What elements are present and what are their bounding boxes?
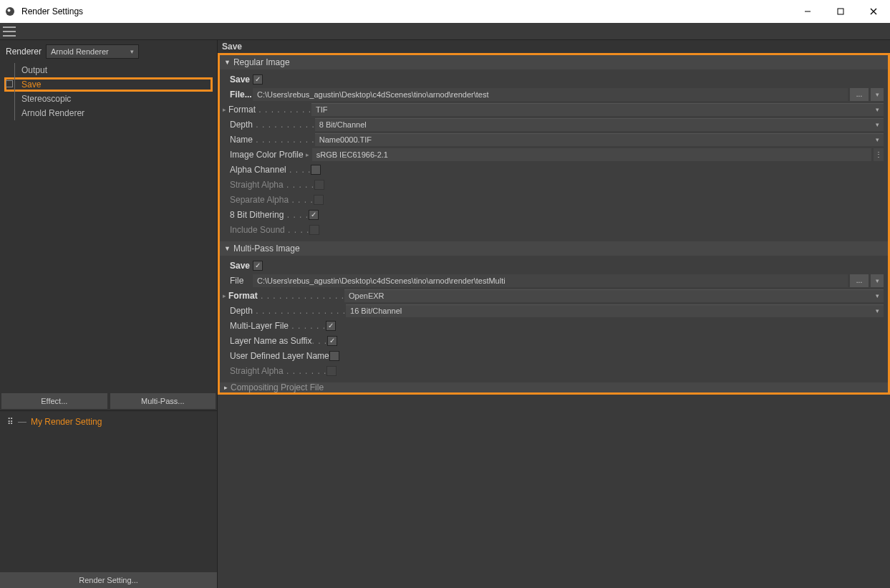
- settings-tree: Output Save Stereoscopic Arnold Renderer: [0, 63, 217, 393]
- render-setting-button[interactable]: Render Setting...: [0, 572, 217, 588]
- mp-user-layer-checkbox[interactable]: [329, 351, 339, 361]
- mp-multilayer-checkbox[interactable]: [326, 321, 336, 331]
- chevron-down-icon: ▾: [130, 48, 134, 55]
- content-header: Save: [218, 40, 890, 53]
- mp-save-checkbox[interactable]: [253, 261, 263, 271]
- separate-alpha-label: Separate Alpha . . . .: [230, 195, 314, 205]
- chevron-right-icon[interactable]: ▸: [304, 151, 312, 158]
- mp-depth-select[interactable]: 16 Bit/Channel▾: [346, 304, 884, 317]
- effect-button[interactable]: Effect...: [1, 393, 107, 409]
- mp-multilayer-label: Multi-Layer File . . . . . .: [230, 321, 326, 331]
- preset-icon: ⠿: [7, 417, 14, 427]
- regular-save-label: Save: [230, 74, 253, 85]
- mp-file-label: File: [230, 276, 253, 286]
- chevron-right-icon[interactable]: ▸: [220, 292, 228, 299]
- chevron-right-icon[interactable]: ▸: [220, 106, 228, 113]
- renderer-value: Arnold Renderer: [51, 47, 109, 56]
- include-sound-label: Include Sound . . . .: [230, 225, 309, 235]
- mp-layer-suffix-checkbox[interactable]: [327, 336, 337, 346]
- regular-file-field[interactable]: C:\Users\rebus_agustin\Desktop\c4dScenes…: [253, 88, 848, 101]
- menubar: [0, 23, 890, 40]
- mp-user-layer-label: User Defined Layer Name: [230, 351, 329, 361]
- regular-depth-label: Depth . . . . . . . . . .: [230, 120, 315, 130]
- color-profile-menu[interactable]: ⋮: [874, 148, 884, 161]
- regular-file-label: File...: [230, 90, 253, 100]
- include-sound-checkbox: [309, 225, 319, 235]
- triangle-right-icon: ▸: [224, 384, 228, 391]
- mp-file-field[interactable]: C:\Users\rebus_agustin\Desktop\c4dScenes…: [253, 274, 848, 287]
- separate-alpha-checkbox: [314, 195, 324, 205]
- maximize-button[interactable]: [824, 0, 857, 23]
- hamburger-icon[interactable]: [3, 26, 16, 37]
- my-render-setting-row[interactable]: ⠿ — My Render Setting: [0, 410, 217, 572]
- tree-item-arnold[interactable]: Arnold Renderer: [4, 106, 213, 120]
- renderer-select[interactable]: Arnold Renderer ▾: [46, 44, 139, 59]
- highlighted-panel: ▼ Regular Image Save File... C:\Users\re…: [218, 53, 890, 395]
- regular-file-dropdown[interactable]: ▾: [871, 88, 884, 101]
- mp-layer-suffix-label: Layer Name as Suffix. . .: [230, 336, 327, 346]
- svg-rect-3: [838, 9, 843, 14]
- alpha-checkbox[interactable]: [311, 165, 321, 175]
- content-panel: Save ▼ Regular Image Save File... C:\Use…: [218, 40, 890, 588]
- regular-name-select[interactable]: Name0000.TIF▾: [315, 133, 884, 146]
- mp-straight-alpha-checkbox: [327, 366, 337, 376]
- mp-straight-alpha-label: Straight Alpha . . . . . . .: [230, 366, 327, 376]
- regular-save-checkbox[interactable]: [253, 74, 263, 85]
- regular-depth-select[interactable]: 8 Bit/Channel▾: [315, 118, 884, 131]
- straight-alpha-label: Straight Alpha . . . . .: [230, 180, 314, 190]
- tree-item-save[interactable]: Save: [4, 77, 213, 92]
- regular-file-browse-button[interactable]: ...: [850, 88, 869, 101]
- multipass-button[interactable]: Multi-Pass...: [110, 393, 216, 409]
- regular-format-select[interactable]: TIF▾: [311, 103, 884, 116]
- window-titlebar: Render Settings: [0, 0, 890, 23]
- mp-format-label: Format . . . . . . . . . . . . . .: [228, 291, 344, 301]
- section-regular-header[interactable]: ▼ Regular Image: [220, 55, 888, 69]
- color-profile-field[interactable]: sRGB IEC61966-2.1: [312, 148, 871, 161]
- dither-checkbox[interactable]: [309, 210, 319, 220]
- svg-point-1: [8, 9, 11, 12]
- mp-file-browse-button[interactable]: ...: [850, 274, 869, 287]
- close-button[interactable]: [857, 0, 890, 23]
- svg-point-0: [6, 7, 14, 16]
- section-multipass-header[interactable]: ▼ Multi-Pass Image: [220, 241, 888, 256]
- triangle-down-icon: ▼: [224, 245, 231, 252]
- sidebar: Renderer Arnold Renderer ▾ Output Save S…: [0, 40, 218, 588]
- window-title: Render Settings: [21, 6, 791, 16]
- tree-item-output[interactable]: Output: [4, 63, 213, 77]
- alpha-label: Alpha Channel . . . .: [230, 165, 311, 175]
- my-render-setting-label: My Render Setting: [31, 417, 102, 427]
- straight-alpha-checkbox: [314, 180, 324, 190]
- mp-save-label: Save: [230, 261, 253, 271]
- renderer-label: Renderer: [6, 47, 42, 57]
- dither-label: 8 Bit Dithering . . . .: [230, 210, 309, 220]
- triangle-down-icon: ▼: [224, 59, 231, 66]
- mp-depth-label: Depth . . . . . . . . . . . . . . .: [230, 306, 346, 316]
- mp-file-dropdown[interactable]: ▾: [871, 274, 884, 287]
- minimize-button[interactable]: [791, 0, 824, 23]
- mp-format-select[interactable]: OpenEXR▾: [344, 289, 884, 302]
- regular-format-label: Format . . . . . . . . .: [228, 105, 311, 115]
- tree-item-stereoscopic[interactable]: Stereoscopic: [4, 92, 213, 106]
- app-icon: [4, 6, 16, 17]
- section-compositing-header[interactable]: ▸ Compositing Project File: [220, 382, 888, 392]
- color-profile-label: Image Color Profile: [230, 150, 304, 160]
- regular-name-label: Name . . . . . . . . . .: [230, 135, 315, 145]
